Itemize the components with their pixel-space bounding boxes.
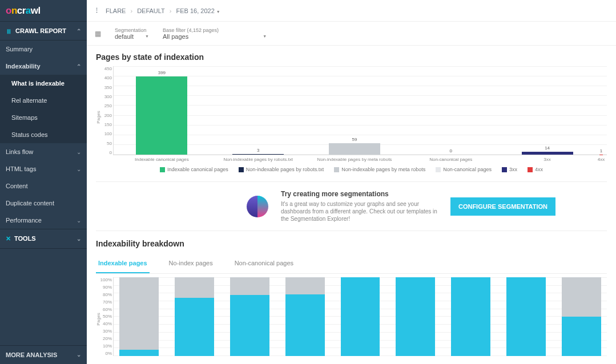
basefilter-label: Base filter (4,152 pages) xyxy=(163,27,267,33)
sidebar-section-crawl-report[interactable]: ⫼CRAWL REPORT ⌃ xyxy=(0,22,87,41)
chevron-down-icon: ⌄ xyxy=(77,166,81,172)
filter-bar: ▦ Segmentation default▼ Base filter (4,1… xyxy=(87,22,616,46)
chevron-up-icon: ⌃ xyxy=(77,28,81,34)
sidebar-sub-status-codes[interactable]: Status codes xyxy=(0,126,87,143)
breadcrumb-project[interactable]: FLARE xyxy=(106,7,126,14)
legend-item[interactable]: 3xx xyxy=(502,167,517,172)
sidebar-item-performance[interactable]: Performance⌄ xyxy=(0,212,87,229)
chevron-right-icon: › xyxy=(130,7,132,14)
legend-item[interactable]: Non-indexable pages by robots.txt xyxy=(239,167,324,172)
tab-indexable-pages[interactable]: Indexable pages xyxy=(96,254,150,273)
bar-segment-primary[interactable] xyxy=(119,350,159,356)
configure-segmentation-button[interactable]: CONFIGURE SEGMENTATION xyxy=(450,197,555,216)
chevron-down-icon: ⌄ xyxy=(77,217,81,224)
bar-value: 0 xyxy=(450,148,452,153)
segmentation-icon xyxy=(244,193,271,220)
bar-segment-secondary[interactable] xyxy=(562,277,601,317)
chart2-title: Indexability breakdown xyxy=(87,231,616,249)
kebab-icon[interactable]: ⋮ xyxy=(94,7,100,14)
bar-segment-secondary[interactable] xyxy=(230,277,269,295)
bar-segment-primary[interactable] xyxy=(451,277,490,356)
bar[interactable] xyxy=(329,143,380,155)
breadcrumb-date[interactable]: FEB 16, 2022 ▼ xyxy=(176,7,220,14)
breadcrumb-config[interactable]: DEFAULT xyxy=(137,7,165,14)
bar-category: Non-indexable pages by robots.txt xyxy=(223,157,292,162)
legend-item[interactable]: Non-indexable pages by meta robots xyxy=(334,167,425,172)
chevron-down-icon: ⌄ xyxy=(77,351,81,358)
chart2-yticks: 100%90%80%70%60%50%40%30%20%10%0% xyxy=(100,277,112,356)
dropdown-icon: ▼ xyxy=(263,34,267,38)
cta-title: Try creating more segmentations xyxy=(281,190,440,198)
bars-icon: ⫼ xyxy=(6,27,12,34)
legend-item[interactable]: Non-canonical pages xyxy=(436,167,492,172)
breakdown-tabs: Indexable pages No-index pages Non-canon… xyxy=(96,254,607,274)
bar-value: 1 xyxy=(600,148,602,153)
sidebar-sub-rel-alternate[interactable]: Rel alternate xyxy=(0,92,87,109)
chevron-up-icon: ⌃ xyxy=(77,63,81,70)
bar-segment-primary[interactable] xyxy=(341,277,380,356)
basefilter-select[interactable]: Base filter (4,152 pages) All pages▼ xyxy=(163,27,267,40)
bar-segment-secondary[interactable] xyxy=(285,277,325,294)
bar-segment-primary[interactable] xyxy=(175,298,214,356)
bar-category: Indexable canonical pages xyxy=(135,157,189,162)
sidebar-section-tools[interactable]: ✕TOOLS ⌄ xyxy=(0,229,87,249)
chart1-ylabel: Pages xyxy=(96,111,101,124)
bar[interactable] xyxy=(136,76,187,155)
sidebar-item-content[interactable]: Content xyxy=(0,177,87,195)
bar-segment-secondary[interactable] xyxy=(175,277,214,298)
sidebar-sub-what-is-indexable[interactable]: What is indexable xyxy=(0,75,87,92)
bar-segment-primary[interactable] xyxy=(506,277,546,356)
bar-category: 3xx xyxy=(543,157,550,162)
tab-noncanonical-pages[interactable]: Non-canonical pages xyxy=(232,254,296,273)
sidebar-item-links-flow[interactable]: Links flow⌄ xyxy=(0,143,87,160)
chevron-right-icon: › xyxy=(170,7,172,14)
bar-segment-primary[interactable] xyxy=(562,317,601,356)
legend-item[interactable]: Indexable canonical pages xyxy=(160,167,228,172)
main: ⋮ FLARE › DEFAULT › FEB 16, 2022 ▼ ▦ Seg… xyxy=(87,0,616,364)
chevron-down-icon: ⌄ xyxy=(77,149,81,155)
chart-indexation-state: Pages 450400350300250200150100500 399Ind… xyxy=(87,66,616,176)
sidebar-sub-sitemaps[interactable]: Sitemaps xyxy=(0,109,87,126)
sidebar-more-analysis[interactable]: MORE ANALYSIS⌄ xyxy=(0,345,87,364)
bar-value: 59 xyxy=(352,137,357,142)
chart-indexability-breakdown: Pages 100%90%80%70%60%50%40%30%20%10%0% … xyxy=(87,274,616,356)
segmentation-label: Segmentation xyxy=(115,27,149,33)
tab-noindex-pages[interactable]: No-index pages xyxy=(167,254,215,273)
grid-icon[interactable]: ▦ xyxy=(95,30,101,38)
cta-desc: It's a great way to customize your graph… xyxy=(281,200,440,223)
logo[interactable]: oncrawl xyxy=(0,0,87,22)
segmentation-cta: Try creating more segmentations It's a g… xyxy=(96,181,607,231)
bar-value: 14 xyxy=(545,145,550,151)
segmentation-select[interactable]: Segmentation default▼ xyxy=(115,27,149,40)
bar[interactable] xyxy=(232,154,284,155)
bar-segment-primary[interactable] xyxy=(396,277,435,356)
legend-item[interactable]: 4xx xyxy=(528,167,543,172)
dropdown-icon: ▼ xyxy=(216,10,220,14)
sidebar: oncrawl ⫼CRAWL REPORT ⌃ Summary Indexabi… xyxy=(0,0,87,364)
tools-icon: ✕ xyxy=(6,235,11,242)
bar-segment-primary[interactable] xyxy=(230,295,269,356)
chart1-legend: Indexable canonical pagesNon-indexable p… xyxy=(96,167,607,172)
bar-category: Non-canonical pages xyxy=(429,157,472,162)
chart1-yticks: 450400350300250200150100500 xyxy=(104,66,112,155)
sidebar-item-indexability[interactable]: Indexability⌃ xyxy=(0,58,87,75)
bar-value: 399 xyxy=(158,70,166,75)
bar-category: Non-indexable pages by meta robots xyxy=(317,157,392,162)
sidebar-item-html-tags[interactable]: HTML tags⌄ xyxy=(0,160,87,177)
sidebar-item-duplicate-content[interactable]: Duplicate content xyxy=(0,195,87,212)
chart1-title: Pages by state of indexation xyxy=(87,52,616,66)
bar-segment-secondary[interactable] xyxy=(119,277,159,350)
dropdown-icon: ▼ xyxy=(145,34,149,38)
bar-value: 3 xyxy=(257,148,259,153)
bar-segment-primary[interactable] xyxy=(285,294,325,356)
bar-category: 4xx xyxy=(598,157,605,162)
topbar: ⋮ FLARE › DEFAULT › FEB 16, 2022 ▼ xyxy=(87,0,616,22)
bar[interactable] xyxy=(522,152,573,155)
sidebar-item-summary[interactable]: Summary xyxy=(0,41,87,58)
chevron-down-icon: ⌄ xyxy=(77,236,81,242)
